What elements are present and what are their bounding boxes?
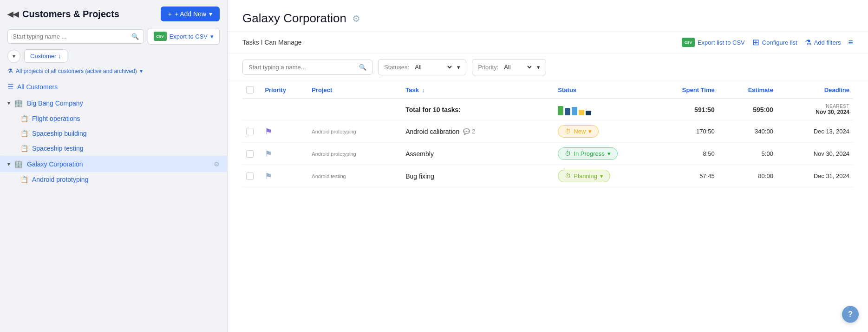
configure-icon: ⊞ bbox=[752, 37, 759, 47]
add-new-button[interactable]: + + Add New ▾ bbox=[161, 7, 220, 21]
sidebar-company-galaxy[interactable]: ▾ 🏢 Galaxy Corporation ⚙ bbox=[0, 156, 227, 172]
priority-chevron-icon: ▾ bbox=[537, 64, 540, 71]
sidebar-nav: ☰ All Customers ▾ 🏢 Big Bang Company 📋 F… bbox=[0, 79, 227, 332]
task-name-container: Bug fixing bbox=[405, 173, 550, 180]
export-list-button[interactable]: CSV Export list to CSV bbox=[682, 38, 745, 47]
project-icon: 📋 bbox=[20, 130, 28, 137]
configure-list-button[interactable]: ⊞ Configure list bbox=[752, 37, 797, 47]
project-filter-dropdown-icon: ▾ bbox=[140, 68, 143, 74]
sidebar-project-filter[interactable]: ⚗ All projects of all customers (active … bbox=[0, 67, 227, 79]
row-spent-time: 8:50 bbox=[648, 143, 718, 165]
total-row: Total for 10 tasks: 591:50 595:00 bbox=[242, 99, 853, 120]
task-table-container: Priority Project Task ↓ Status Spent Tim… bbox=[228, 81, 868, 332]
row-checkbox[interactable] bbox=[246, 150, 254, 158]
select-all-checkbox[interactable] bbox=[246, 86, 254, 93]
task-bar-actions: CSV Export list to CSV ⊞ Configure list … bbox=[682, 37, 853, 47]
row-task-cell: Bug fixing bbox=[402, 165, 554, 187]
header-project[interactable]: Project bbox=[308, 81, 402, 99]
row-estimate: 80:00 bbox=[718, 165, 777, 187]
row-checkbox-cell bbox=[242, 143, 261, 165]
header-deadline[interactable]: Deadline bbox=[777, 81, 853, 99]
list-view-button[interactable]: ≡ bbox=[848, 38, 853, 47]
task-name-container: Android calibration 💬 2 bbox=[405, 128, 550, 135]
priority-filter[interactable]: Priority: All High Medium Low ▾ bbox=[472, 59, 546, 75]
bar-blue bbox=[572, 107, 577, 115]
row-estimate: 5:00 bbox=[718, 143, 777, 165]
project-icon: 📋 bbox=[20, 145, 28, 152]
task-table: Priority Project Task ↓ Status Spent Tim… bbox=[242, 81, 853, 187]
statuses-select[interactable]: All New In Progress Planning Done bbox=[413, 63, 453, 71]
filter-icon: ⚗ bbox=[805, 38, 811, 47]
task-search-box[interactable]: 🔍 bbox=[242, 60, 372, 75]
priority-select[interactable]: All High Medium Low bbox=[502, 63, 533, 71]
task-search-input[interactable] bbox=[248, 64, 355, 71]
status-clock-icon: ⏱ bbox=[565, 173, 571, 179]
header-task[interactable]: Task ↓ bbox=[402, 81, 554, 99]
comment-icon: 💬 bbox=[463, 128, 470, 135]
header-checkbox-col bbox=[242, 81, 261, 99]
sidebar-project-spaceship-building[interactable]: 📋 Spaceship building bbox=[0, 126, 227, 141]
sidebar-project-flight-operations[interactable]: 📋 Flight operations bbox=[0, 111, 227, 126]
status-clock-icon: ⏱ bbox=[565, 150, 571, 157]
table-row: ⚑ Android prototyping Android calibratio… bbox=[242, 120, 853, 143]
help-button[interactable]: ? bbox=[842, 306, 859, 323]
total-check bbox=[242, 99, 261, 120]
company-gear-icon[interactable]: ⚙ bbox=[214, 160, 220, 168]
customer-sort-button[interactable]: Customer ↓ bbox=[24, 49, 67, 63]
sidebar-export-button[interactable]: CSV Export to CSV ▾ bbox=[148, 28, 220, 45]
circle-dropdown-icon: ▾ bbox=[13, 53, 15, 60]
sidebar-search-box[interactable]: 🔍 bbox=[7, 29, 144, 44]
header-priority[interactable]: Priority bbox=[261, 81, 308, 99]
project-name: Android prototyping bbox=[312, 151, 398, 157]
settings-gear-button[interactable]: ⚙ bbox=[352, 13, 360, 24]
task-section-label: Tasks I Can Manage bbox=[242, 39, 302, 46]
table-body: Total for 10 tasks: 591:50 595:00 bbox=[242, 99, 853, 187]
task-name[interactable]: Android calibration bbox=[405, 128, 459, 135]
sidebar-all-customers[interactable]: ☰ All Customers bbox=[0, 79, 227, 95]
back-chevron-icon[interactable]: ◀◀ bbox=[7, 10, 19, 19]
row-checkbox-cell bbox=[242, 165, 261, 187]
filter-circle-button[interactable]: ▾ bbox=[7, 50, 20, 63]
row-priority-cell: ⚑ bbox=[261, 120, 308, 143]
company-icon: 🏢 bbox=[14, 159, 23, 168]
header-spent-time[interactable]: Spent Time bbox=[648, 81, 718, 99]
sidebar-company-big-bang[interactable]: ▾ 🏢 Big Bang Company bbox=[0, 95, 227, 111]
statuses-filter[interactable]: Statuses: All New In Progress Planning D… bbox=[378, 59, 466, 75]
bar-dark bbox=[565, 108, 570, 115]
page-title: Galaxy Corporation bbox=[242, 11, 346, 26]
task-comments: 💬 2 bbox=[463, 128, 475, 135]
chart-bars bbox=[558, 104, 644, 115]
row-checkbox[interactable] bbox=[246, 173, 254, 180]
table-row: ⚑ Android prototyping Assembly ⏱ In Prog… bbox=[242, 143, 853, 165]
status-button[interactable]: ⏱ In Progress ▾ bbox=[558, 147, 617, 160]
row-spent-time: 170:50 bbox=[648, 120, 718, 143]
task-name[interactable]: Bug fixing bbox=[405, 173, 434, 180]
add-filters-button[interactable]: ⚗ Add filters bbox=[805, 38, 841, 47]
task-sort-icon: ↓ bbox=[422, 87, 425, 93]
export-dropdown-icon: ▾ bbox=[210, 33, 214, 40]
total-priority bbox=[261, 99, 308, 120]
search-icon: 🔍 bbox=[359, 64, 366, 71]
task-name[interactable]: Assembly bbox=[405, 150, 434, 158]
project-name: Android testing bbox=[312, 173, 398, 179]
comment-count: 2 bbox=[472, 128, 475, 135]
sidebar-search-input[interactable] bbox=[13, 33, 131, 40]
sidebar-project-android-prototyping[interactable]: 📋 Android prototyping bbox=[0, 172, 227, 187]
search-icon: 🔍 bbox=[131, 33, 139, 40]
status-button[interactable]: ⏱ New ▾ bbox=[558, 125, 599, 138]
task-section-bar: Tasks I Can Manage CSV Export list to CS… bbox=[228, 32, 868, 53]
row-status-cell: ⏱ New ▾ bbox=[554, 120, 648, 143]
row-task-cell: Android calibration 💬 2 bbox=[402, 120, 554, 143]
sidebar-project-spaceship-testing[interactable]: 📋 Spaceship testing bbox=[0, 141, 227, 156]
company-icon: 🏢 bbox=[14, 99, 23, 107]
row-checkbox[interactable] bbox=[246, 128, 254, 135]
header-estimate[interactable]: Estimate bbox=[718, 81, 777, 99]
status-dropdown-icon: ▾ bbox=[600, 173, 603, 179]
status-button[interactable]: ⏱ Planning ▾ bbox=[558, 170, 610, 182]
header-status[interactable]: Status bbox=[554, 81, 648, 99]
row-estimate: 340:00 bbox=[718, 120, 777, 143]
total-chart bbox=[554, 99, 648, 120]
sidebar: ◀◀ Customers & Projects + + Add New ▾ 🔍 … bbox=[0, 0, 228, 332]
project-icon: 📋 bbox=[20, 176, 28, 183]
row-project-cell: Android prototyping bbox=[308, 120, 402, 143]
